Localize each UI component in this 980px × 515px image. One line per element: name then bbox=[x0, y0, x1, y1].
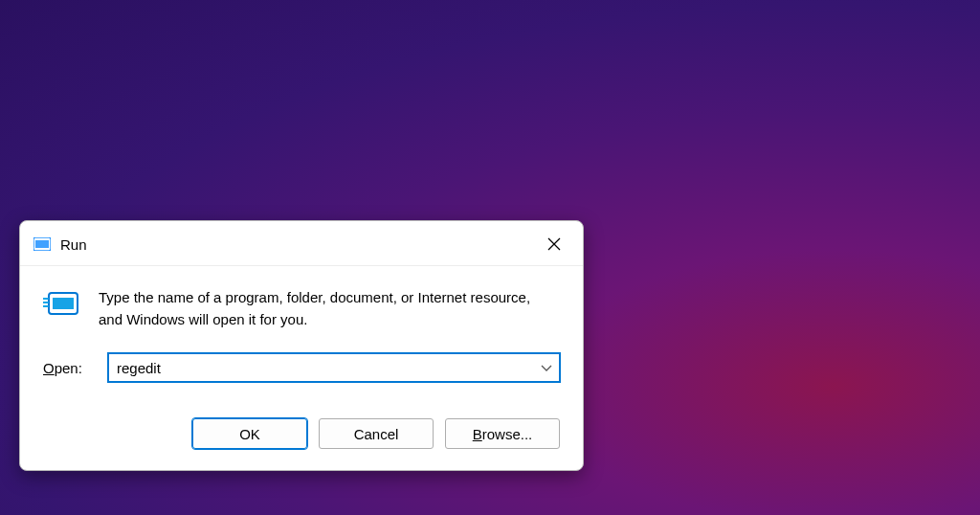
titlebar-left: Run bbox=[33, 235, 87, 253]
ok-label: OK bbox=[239, 426, 260, 442]
svg-rect-1 bbox=[35, 240, 49, 248]
run-body-icon bbox=[43, 289, 81, 320]
instruction-text: Type the name of a program, folder, docu… bbox=[99, 287, 560, 330]
close-button[interactable] bbox=[541, 231, 568, 258]
open-combobox[interactable] bbox=[108, 353, 560, 382]
ok-button[interactable]: OK bbox=[192, 418, 307, 449]
dialog-title: Run bbox=[60, 236, 87, 253]
open-row: Open: bbox=[43, 353, 560, 382]
cancel-label: Cancel bbox=[354, 426, 399, 442]
open-input[interactable] bbox=[108, 353, 560, 382]
browse-button[interactable]: Browse... bbox=[445, 418, 560, 449]
browse-label: Browse... bbox=[473, 426, 533, 442]
open-label: Open: bbox=[43, 360, 91, 376]
run-title-icon bbox=[33, 235, 51, 253]
cancel-button[interactable]: Cancel bbox=[319, 418, 434, 449]
dialog-body: Type the name of a program, folder, docu… bbox=[20, 266, 583, 418]
titlebar: Run bbox=[20, 221, 583, 266]
button-row: OK Cancel Browse... bbox=[20, 418, 583, 470]
instruction-row: Type the name of a program, folder, docu… bbox=[43, 287, 560, 330]
close-icon bbox=[547, 237, 561, 251]
svg-rect-3 bbox=[53, 298, 74, 309]
run-dialog: Run Type the name of a program, folder, … bbox=[19, 220, 584, 471]
